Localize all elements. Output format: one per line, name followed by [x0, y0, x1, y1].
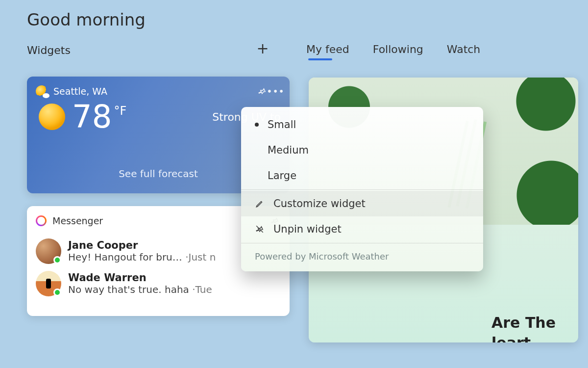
feed-article-headline: Are The leart, nole Diet — [491, 313, 566, 342]
weather-location: Seattle, WA — [53, 86, 255, 97]
more-icon: ••• — [267, 87, 285, 96]
chat-name: Jane Cooper — [68, 239, 216, 251]
chat-message-text: No way that's true. haha — [68, 284, 189, 295]
greeting-title: Good morning — [27, 10, 146, 29]
pin-icon — [258, 87, 267, 96]
temperature-number: 78 — [72, 99, 112, 135]
temperature-unit: °F — [114, 104, 126, 118]
menu-item-label: Unpin widget — [273, 223, 342, 235]
menu-separator — [241, 189, 483, 190]
weather-location-icon — [36, 85, 48, 97]
add-widget-button[interactable]: + — [254, 39, 271, 57]
chat-name: Wade Warren — [68, 272, 212, 284]
menu-item-size-large[interactable]: Large — [241, 163, 483, 188]
menu-item-unpin-widget[interactable]: Unpin widget — [241, 216, 483, 242]
menu-item-label: Medium — [268, 144, 309, 156]
menu-item-customize-widget[interactable]: Customize widget — [241, 191, 483, 216]
widget-context-menu: Small Medium Large Customize widget Unpi… — [241, 107, 483, 271]
messenger-icon — [36, 215, 47, 226]
avatar — [36, 271, 61, 296]
tab-following[interactable]: Following — [373, 43, 423, 55]
tab-my-feed[interactable]: My feed — [306, 43, 349, 55]
menu-item-size-medium[interactable]: Medium — [241, 137, 483, 163]
avatar — [36, 238, 61, 264]
sun-icon — [39, 104, 65, 130]
presence-online-icon — [53, 289, 61, 296]
menu-footer-attribution: Powered by Microsoft Weather — [241, 244, 483, 264]
menu-item-label: Large — [268, 170, 296, 182]
presence-online-icon — [53, 256, 61, 264]
unpin-icon — [255, 224, 265, 234]
temperature-value: 78°F — [72, 101, 126, 132]
pencil-icon — [255, 199, 265, 209]
menu-item-size-small[interactable]: Small — [241, 112, 483, 137]
menu-separator — [241, 243, 483, 243]
plus-icon: + — [256, 40, 269, 57]
messenger-title: Messenger — [52, 215, 103, 226]
chat-time: ·Tue — [192, 284, 212, 295]
chat-preview: No way that's true. haha ·Tue — [68, 284, 212, 295]
menu-item-label: Customize widget — [273, 198, 366, 210]
chat-message-text: Hey! Hangout for bru… — [68, 251, 182, 263]
feed-tabs: My feed Following Watch — [306, 43, 480, 55]
widget-more-button[interactable]: ••• — [269, 84, 283, 98]
chat-time: ·Just n — [185, 251, 216, 263]
selected-dot-icon — [255, 123, 259, 127]
menu-item-label: Small — [268, 119, 296, 131]
widgets-section-label: Widgets — [27, 44, 71, 56]
tab-watch[interactable]: Watch — [447, 43, 481, 55]
chat-preview: Hey! Hangout for bru… ·Just n — [68, 251, 216, 263]
